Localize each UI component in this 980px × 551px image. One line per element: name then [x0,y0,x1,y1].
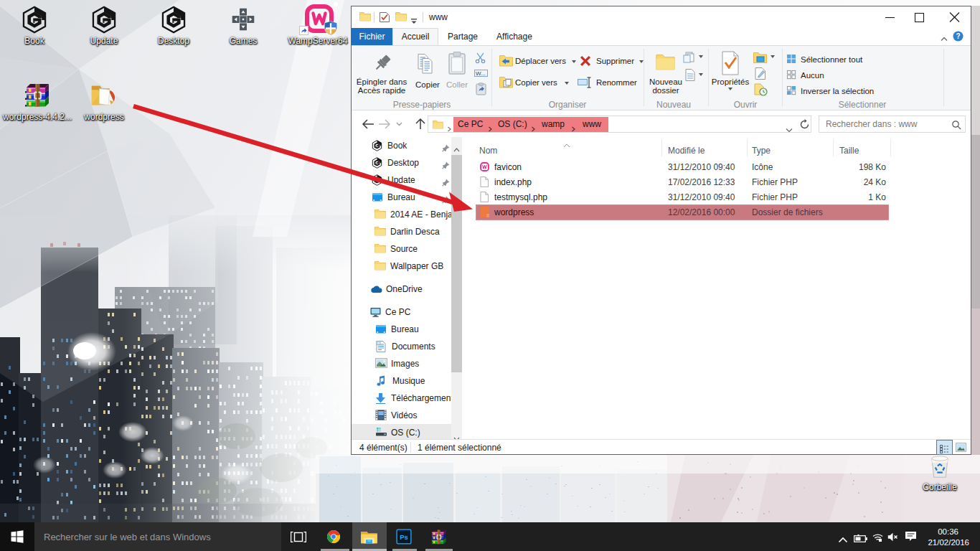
svg-text:?: ? [956,32,960,40]
svg-text:Ps: Ps [400,534,407,541]
svg-text:W...: W... [476,70,486,77]
